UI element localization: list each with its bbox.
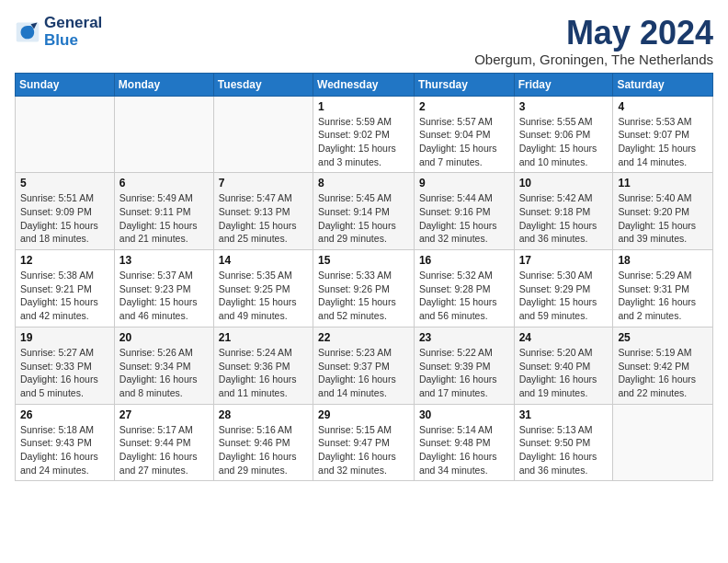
day-number: 2 <box>419 100 509 113</box>
day-cell: 3Sunrise: 5:55 AM Sunset: 9:06 PM Daylig… <box>514 96 613 173</box>
day-info: Sunrise: 5:40 AM Sunset: 9:20 PM Dayligh… <box>618 191 708 246</box>
week-row-2: 5Sunrise: 5:51 AM Sunset: 9:09 PM Daylig… <box>16 173 713 250</box>
week-row-5: 26Sunrise: 5:18 AM Sunset: 9:43 PM Dayli… <box>16 404 713 481</box>
day-info: Sunrise: 5:37 AM Sunset: 9:23 PM Dayligh… <box>119 269 209 323</box>
day-info: Sunrise: 5:17 AM Sunset: 9:44 PM Dayligh… <box>119 423 209 477</box>
day-info: Sunrise: 5:44 AM Sunset: 9:16 PM Dayligh… <box>419 191 509 246</box>
day-info: Sunrise: 5:45 AM Sunset: 9:14 PM Dayligh… <box>318 191 409 246</box>
header-sunday: Sunday <box>16 73 115 96</box>
day-cell: 24Sunrise: 5:20 AM Sunset: 9:40 PM Dayli… <box>514 327 613 404</box>
day-info: Sunrise: 5:42 AM Sunset: 9:18 PM Dayligh… <box>519 191 609 246</box>
day-info: Sunrise: 5:14 AM Sunset: 9:48 PM Dayligh… <box>419 423 509 477</box>
location-title: Obergum, Groningen, The Netherlands <box>474 52 713 67</box>
day-number: 4 <box>618 100 708 113</box>
day-number: 18 <box>618 254 708 267</box>
day-info: Sunrise: 5:32 AM Sunset: 9:28 PM Dayligh… <box>419 269 509 323</box>
day-cell: 25Sunrise: 5:19 AM Sunset: 9:42 PM Dayli… <box>613 327 713 404</box>
day-cell: 16Sunrise: 5:32 AM Sunset: 9:28 PM Dayli… <box>414 250 514 327</box>
day-info: Sunrise: 5:24 AM Sunset: 9:36 PM Dayligh… <box>219 346 308 400</box>
day-number: 11 <box>618 177 708 190</box>
day-info: Sunrise: 5:26 AM Sunset: 9:34 PM Dayligh… <box>119 346 209 400</box>
day-cell: 30Sunrise: 5:14 AM Sunset: 9:48 PM Dayli… <box>414 404 514 481</box>
header-thursday: Thursday <box>414 73 514 96</box>
logo-general: General <box>44 15 102 32</box>
header-saturday: Saturday <box>613 73 713 96</box>
logo: General Blue <box>15 15 102 49</box>
day-number: 6 <box>119 177 209 190</box>
day-number: 19 <box>20 331 109 344</box>
day-cell: 31Sunrise: 5:13 AM Sunset: 9:50 PM Dayli… <box>514 404 613 481</box>
header-monday: Monday <box>114 73 213 96</box>
day-cell <box>16 96 115 173</box>
header-friday: Friday <box>514 73 613 96</box>
day-number: 25 <box>618 331 708 344</box>
calendar-table: SundayMondayTuesdayWednesdayThursdayFrid… <box>15 73 713 482</box>
day-cell: 26Sunrise: 5:18 AM Sunset: 9:43 PM Dayli… <box>16 404 115 481</box>
day-number: 26 <box>20 408 109 421</box>
day-cell: 4Sunrise: 5:53 AM Sunset: 9:07 PM Daylig… <box>613 96 713 173</box>
day-info: Sunrise: 5:33 AM Sunset: 9:26 PM Dayligh… <box>318 269 409 323</box>
day-cell: 18Sunrise: 5:29 AM Sunset: 9:31 PM Dayli… <box>613 250 713 327</box>
day-cell: 19Sunrise: 5:27 AM Sunset: 9:33 PM Dayli… <box>16 327 115 404</box>
day-number: 31 <box>519 408 609 421</box>
day-info: Sunrise: 5:23 AM Sunset: 9:37 PM Dayligh… <box>318 346 409 400</box>
day-number: 28 <box>219 408 308 421</box>
title-area: May 2024 Obergum, Groningen, The Netherl… <box>474 15 713 67</box>
day-number: 22 <box>318 331 409 344</box>
day-cell: 13Sunrise: 5:37 AM Sunset: 9:23 PM Dayli… <box>114 250 213 327</box>
day-cell: 6Sunrise: 5:49 AM Sunset: 9:11 PM Daylig… <box>114 173 213 250</box>
day-cell: 28Sunrise: 5:16 AM Sunset: 9:46 PM Dayli… <box>213 404 313 481</box>
day-number: 27 <box>119 408 209 421</box>
day-cell: 27Sunrise: 5:17 AM Sunset: 9:44 PM Dayli… <box>114 404 213 481</box>
day-cell: 14Sunrise: 5:35 AM Sunset: 9:25 PM Dayli… <box>213 250 313 327</box>
day-number: 10 <box>519 177 609 190</box>
day-number: 1 <box>318 100 409 113</box>
day-number: 24 <box>519 331 609 344</box>
header-tuesday: Tuesday <box>213 73 313 96</box>
day-info: Sunrise: 5:38 AM Sunset: 9:21 PM Dayligh… <box>20 269 109 323</box>
day-number: 12 <box>20 254 109 267</box>
day-number: 17 <box>519 254 609 267</box>
day-cell <box>114 96 213 173</box>
logo-blue: Blue <box>44 32 102 50</box>
day-info: Sunrise: 5:51 AM Sunset: 9:09 PM Dayligh… <box>20 191 109 246</box>
day-cell: 20Sunrise: 5:26 AM Sunset: 9:34 PM Dayli… <box>114 327 213 404</box>
day-info: Sunrise: 5:35 AM Sunset: 9:25 PM Dayligh… <box>219 269 308 323</box>
header-wednesday: Wednesday <box>313 73 415 96</box>
day-info: Sunrise: 5:53 AM Sunset: 9:07 PM Dayligh… <box>618 115 708 169</box>
day-number: 16 <box>419 254 509 267</box>
day-number: 5 <box>20 177 109 190</box>
day-info: Sunrise: 5:19 AM Sunset: 9:42 PM Dayligh… <box>618 346 708 400</box>
day-info: Sunrise: 5:59 AM Sunset: 9:02 PM Dayligh… <box>318 115 409 169</box>
week-row-1: 1Sunrise: 5:59 AM Sunset: 9:02 PM Daylig… <box>16 96 713 173</box>
day-info: Sunrise: 5:49 AM Sunset: 9:11 PM Dayligh… <box>119 191 209 246</box>
day-info: Sunrise: 5:22 AM Sunset: 9:39 PM Dayligh… <box>419 346 509 400</box>
day-number: 13 <box>119 254 209 267</box>
day-number: 23 <box>419 331 509 344</box>
day-cell: 23Sunrise: 5:22 AM Sunset: 9:39 PM Dayli… <box>414 327 514 404</box>
day-info: Sunrise: 5:16 AM Sunset: 9:46 PM Dayligh… <box>219 423 308 477</box>
week-row-3: 12Sunrise: 5:38 AM Sunset: 9:21 PM Dayli… <box>16 250 713 327</box>
day-info: Sunrise: 5:18 AM Sunset: 9:43 PM Dayligh… <box>20 423 109 477</box>
day-info: Sunrise: 5:30 AM Sunset: 9:29 PM Dayligh… <box>519 269 609 323</box>
day-number: 15 <box>318 254 409 267</box>
day-info: Sunrise: 5:55 AM Sunset: 9:06 PM Dayligh… <box>519 115 609 169</box>
day-info: Sunrise: 5:29 AM Sunset: 9:31 PM Dayligh… <box>618 269 708 323</box>
day-cell: 29Sunrise: 5:15 AM Sunset: 9:47 PM Dayli… <box>313 404 415 481</box>
day-number: 21 <box>219 331 308 344</box>
day-cell <box>613 404 713 481</box>
day-number: 14 <box>219 254 308 267</box>
day-cell: 7Sunrise: 5:47 AM Sunset: 9:13 PM Daylig… <box>213 173 313 250</box>
day-cell: 15Sunrise: 5:33 AM Sunset: 9:26 PM Dayli… <box>313 250 415 327</box>
day-number: 30 <box>419 408 509 421</box>
day-cell: 10Sunrise: 5:42 AM Sunset: 9:18 PM Dayli… <box>514 173 613 250</box>
day-cell: 9Sunrise: 5:44 AM Sunset: 9:16 PM Daylig… <box>414 173 514 250</box>
day-number: 20 <box>119 331 209 344</box>
day-number: 8 <box>318 177 409 190</box>
day-info: Sunrise: 5:47 AM Sunset: 9:13 PM Dayligh… <box>219 191 308 246</box>
day-cell: 11Sunrise: 5:40 AM Sunset: 9:20 PM Dayli… <box>613 173 713 250</box>
calendar-header-row: SundayMondayTuesdayWednesdayThursdayFrid… <box>16 73 713 96</box>
day-cell: 8Sunrise: 5:45 AM Sunset: 9:14 PM Daylig… <box>313 173 415 250</box>
header: General Blue May 2024 Obergum, Groningen… <box>15 15 713 67</box>
day-info: Sunrise: 5:57 AM Sunset: 9:04 PM Dayligh… <box>419 115 509 169</box>
